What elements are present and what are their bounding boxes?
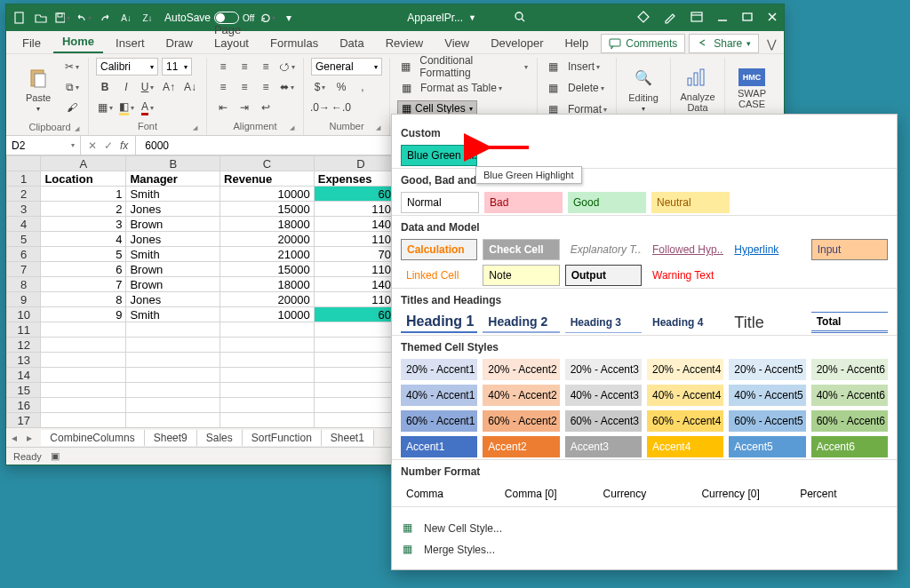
tab-draw[interactable]: Draw <box>157 33 202 53</box>
diamond-icon[interactable] <box>636 10 651 27</box>
style-title[interactable]: Title <box>729 312 805 333</box>
fx-icon[interactable]: fx <box>120 139 128 152</box>
ribbon-mode-icon[interactable] <box>690 10 704 27</box>
row-header-15[interactable]: 15 <box>7 383 41 398</box>
style-bad[interactable]: Bad <box>484 192 563 213</box>
cell-A15[interactable] <box>41 383 126 398</box>
new-file-icon[interactable] <box>12 10 28 26</box>
col-header-A[interactable]: A <box>41 156 126 171</box>
style-40-accent5[interactable]: 40% - Accent5 <box>729 385 805 406</box>
style-comma0[interactable]: Comma [0] <box>499 483 593 505</box>
style-currency0[interactable]: Currency [0] <box>696 483 789 505</box>
row-header-13[interactable]: 13 <box>7 353 41 368</box>
copy-icon[interactable]: ⧉ <box>63 78 81 96</box>
cell-A11[interactable] <box>41 322 126 338</box>
cell-B4[interactable]: Brown <box>126 217 220 232</box>
comments-button[interactable]: Comments <box>601 34 685 53</box>
cell-C17[interactable] <box>220 413 315 428</box>
style-60-accent5[interactable]: 60% - Accent5 <box>729 410 805 432</box>
decrease-decimal-icon[interactable]: ←.0 <box>332 99 350 116</box>
increase-font-icon[interactable]: A↑ <box>160 78 178 96</box>
qat-more-icon[interactable]: ▾ <box>281 10 297 26</box>
style-20-accent4[interactable]: 20% - Accent4 <box>647 359 723 380</box>
align-right-icon[interactable]: ≡ <box>257 78 275 96</box>
fill-color-icon[interactable]: ◧ <box>117 99 135 116</box>
cell-B15[interactable] <box>126 383 220 398</box>
conditional-formatting-button[interactable]: Conditional Formatting <box>418 58 530 75</box>
sheet-tab-sheet9[interactable]: Sheet9 <box>145 430 197 446</box>
close-icon[interactable] <box>766 11 778 26</box>
style-input[interactable]: Input <box>811 239 888 260</box>
decrease-font-icon[interactable]: A↓ <box>181 78 199 96</box>
title-chevron-icon[interactable]: ▼ <box>468 13 476 22</box>
style-calculation[interactable]: Calculation <box>401 239 477 260</box>
style-good[interactable]: Good <box>568 192 646 213</box>
cell-C16[interactable] <box>220 398 315 413</box>
style-accent6[interactable]: Accent6 <box>811 436 888 457</box>
style-40-accent6[interactable]: 40% - Accent6 <box>811 385 888 406</box>
tab-page-layout[interactable]: Page Layout <box>205 20 258 53</box>
cell-C15[interactable] <box>220 383 315 398</box>
percent-icon[interactable]: % <box>332 78 350 96</box>
style-40-accent1[interactable]: 40% - Accent1 <box>401 385 477 406</box>
search-icon[interactable] <box>514 11 526 26</box>
style-heading3[interactable]: Heading 3 <box>565 312 642 333</box>
cell-B1[interactable]: Manager <box>126 171 220 187</box>
cell-C11[interactable] <box>220 322 315 338</box>
style-60-accent6[interactable]: 60% - Accent6 <box>811 410 888 432</box>
sort-desc-icon[interactable]: Z↓ <box>140 10 156 26</box>
cell-A1[interactable]: Location <box>41 171 126 187</box>
cell-A8[interactable]: 7 <box>41 277 126 292</box>
row-header-4[interactable]: 4 <box>7 217 41 232</box>
cell-A16[interactable] <box>41 398 126 413</box>
cell-A9[interactable]: 8 <box>41 292 126 307</box>
row-header-1[interactable]: 1 <box>7 171 41 187</box>
row-header-11[interactable]: 11 <box>7 322 41 338</box>
cell-C10[interactable]: 10000 <box>220 307 315 322</box>
row-header-5[interactable]: 5 <box>7 232 41 247</box>
col-header-C[interactable]: C <box>220 156 315 171</box>
paste-button[interactable]: Paste ▾ <box>19 58 58 120</box>
cut-icon[interactable]: ✂ <box>63 58 81 75</box>
cell-C1[interactable]: Revenue <box>220 171 315 187</box>
row-header-17[interactable]: 17 <box>7 413 41 428</box>
tab-home[interactable]: Home <box>53 31 103 53</box>
italic-icon[interactable]: I <box>117 78 135 96</box>
style-heading1[interactable]: Heading 1 <box>401 312 477 333</box>
style-40-accent2[interactable]: 40% - Accent2 <box>483 385 559 406</box>
row-header-8[interactable]: 8 <box>7 277 41 292</box>
analyze-data-button[interactable]: Analyze Data <box>678 58 717 120</box>
row-header-16[interactable]: 16 <box>7 398 41 413</box>
tab-formulas[interactable]: Formulas <box>261 33 327 53</box>
row-header-7[interactable]: 7 <box>7 262 41 277</box>
row-header-3[interactable]: 3 <box>7 202 41 217</box>
orientation-icon[interactable]: ⭯ <box>278 58 296 75</box>
style-60-accent3[interactable]: 60% - Accent3 <box>565 410 642 432</box>
style-20-accent6[interactable]: 20% - Accent6 <box>811 359 888 380</box>
style-total[interactable]: Total <box>811 312 888 333</box>
cell-C12[interactable] <box>220 338 315 353</box>
cell-B12[interactable] <box>126 338 220 353</box>
row-header-9[interactable]: 9 <box>7 292 41 307</box>
style-heading2[interactable]: Heading 2 <box>483 312 559 333</box>
tab-nav-icons[interactable]: ◂ ▸ <box>6 432 41 444</box>
style-percent[interactable]: Percent <box>794 483 888 505</box>
style-60-accent4[interactable]: 60% - Accent4 <box>647 410 723 432</box>
cell-C6[interactable]: 21000 <box>220 247 315 262</box>
sheet-tab-combinecolumns[interactable]: CombineColumns <box>41 430 144 446</box>
tab-review[interactable]: Review <box>377 33 433 53</box>
delete-cells-button[interactable]: Delete <box>566 79 606 97</box>
cell-B3[interactable]: Jones <box>126 202 220 217</box>
row-header-6[interactable]: 6 <box>7 247 41 262</box>
align-center-icon[interactable]: ≡ <box>235 78 253 96</box>
cell-A12[interactable] <box>41 338 126 353</box>
align-top-icon[interactable]: ≡ <box>214 58 232 75</box>
cell-C8[interactable]: 18000 <box>220 277 315 292</box>
tab-file[interactable]: File <box>13 33 50 53</box>
cell-C7[interactable]: 15000 <box>220 262 315 277</box>
cell-C13[interactable] <box>220 353 315 368</box>
style-comma[interactable]: Comma <box>401 483 494 505</box>
sheet-tab-sheet1[interactable]: Sheet1 <box>322 430 374 446</box>
number-format-select[interactable]: General▾ <box>311 58 382 75</box>
style-40-accent3[interactable]: 40% - Accent3 <box>565 385 642 406</box>
